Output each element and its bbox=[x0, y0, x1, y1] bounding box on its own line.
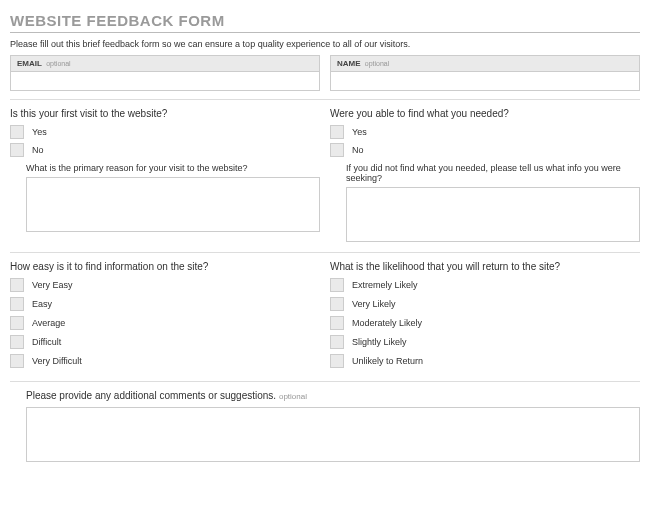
q3-option-very-difficult[interactable]: Very Difficult bbox=[10, 354, 320, 368]
q3-option-label: Very Easy bbox=[32, 280, 73, 290]
q4-option-label: Very Likely bbox=[352, 299, 396, 309]
q3-option-difficult[interactable]: Difficult bbox=[10, 335, 320, 349]
q2-subquestion: If you did not find what you needed, ple… bbox=[346, 163, 640, 183]
checkbox-icon bbox=[330, 297, 344, 311]
q4-option-slightly-likely[interactable]: Slightly Likely bbox=[330, 335, 640, 349]
comments-textarea[interactable] bbox=[26, 407, 640, 462]
q4-option-moderately-likely[interactable]: Moderately Likely bbox=[330, 316, 640, 330]
q2-option-label: No bbox=[352, 145, 364, 155]
checkbox-icon bbox=[330, 316, 344, 330]
checkbox-icon bbox=[330, 354, 344, 368]
q4-option-label: Unlikely to Return bbox=[352, 356, 423, 366]
email-header: EMAIL optional bbox=[10, 55, 320, 71]
q1-option-no[interactable]: No bbox=[10, 143, 320, 157]
name-optional: optional bbox=[365, 60, 390, 67]
checkbox-icon bbox=[10, 278, 24, 292]
checkbox-icon bbox=[330, 278, 344, 292]
email-field[interactable] bbox=[10, 71, 320, 91]
checkbox-icon bbox=[10, 143, 24, 157]
name-header: NAME optional bbox=[330, 55, 640, 71]
divider bbox=[10, 32, 640, 33]
q3-option-average[interactable]: Average bbox=[10, 316, 320, 330]
checkbox-icon bbox=[10, 354, 24, 368]
contact-row: EMAIL optional NAME optional bbox=[10, 55, 640, 91]
comments-label: Please provide any additional comments o… bbox=[26, 390, 640, 401]
q1-textarea[interactable] bbox=[26, 177, 320, 232]
q4-option-unlikely[interactable]: Unlikely to Return bbox=[330, 354, 640, 368]
q2-option-label: Yes bbox=[352, 127, 367, 137]
q3-option-label: Average bbox=[32, 318, 65, 328]
name-field[interactable] bbox=[330, 71, 640, 91]
q4-option-label: Slightly Likely bbox=[352, 337, 407, 347]
checkbox-icon bbox=[330, 125, 344, 139]
checkbox-icon bbox=[10, 125, 24, 139]
form-title: WEBSITE FEEDBACK FORM bbox=[10, 12, 640, 29]
q2-textarea[interactable] bbox=[346, 187, 640, 242]
q4-option-label: Moderately Likely bbox=[352, 318, 422, 328]
q2-option-no[interactable]: No bbox=[330, 143, 640, 157]
checkbox-icon bbox=[10, 335, 24, 349]
divider bbox=[10, 252, 640, 253]
q4-option-very-likely[interactable]: Very Likely bbox=[330, 297, 640, 311]
comments-text: Please provide any additional comments o… bbox=[26, 390, 276, 401]
q3-option-label: Very Difficult bbox=[32, 356, 82, 366]
q4-option-extremely-likely[interactable]: Extremely Likely bbox=[330, 278, 640, 292]
divider bbox=[10, 99, 640, 100]
q3-option-easy[interactable]: Easy bbox=[10, 297, 320, 311]
checkbox-icon bbox=[330, 143, 344, 157]
q1-option-label: No bbox=[32, 145, 44, 155]
q4-option-label: Extremely Likely bbox=[352, 280, 418, 290]
checkbox-icon bbox=[10, 316, 24, 330]
q3-q4-row: How easy is it to find information on th… bbox=[10, 261, 640, 373]
q3-question: How easy is it to find information on th… bbox=[10, 261, 320, 272]
q1-q2-row: Is this your first visit to the website?… bbox=[10, 108, 640, 244]
checkbox-icon bbox=[10, 297, 24, 311]
q1-option-label: Yes bbox=[32, 127, 47, 137]
q1-subquestion: What is the primary reason for your visi… bbox=[26, 163, 320, 173]
checkbox-icon bbox=[330, 335, 344, 349]
q3-option-label: Easy bbox=[32, 299, 52, 309]
q1-option-yes[interactable]: Yes bbox=[10, 125, 320, 139]
email-label: EMAIL bbox=[17, 59, 42, 68]
q2-question: Were you able to find what you needed? bbox=[330, 108, 640, 119]
q4-question: What is the likelihood that you will ret… bbox=[330, 261, 640, 272]
q2-option-yes[interactable]: Yes bbox=[330, 125, 640, 139]
q1-question: Is this your first visit to the website? bbox=[10, 108, 320, 119]
q3-option-very-easy[interactable]: Very Easy bbox=[10, 278, 320, 292]
q3-option-label: Difficult bbox=[32, 337, 61, 347]
intro-text: Please fill out this brief feedback form… bbox=[10, 39, 640, 49]
name-label: NAME bbox=[337, 59, 361, 68]
divider bbox=[10, 381, 640, 382]
email-optional: optional bbox=[46, 60, 71, 67]
comments-optional: optional bbox=[279, 392, 307, 401]
